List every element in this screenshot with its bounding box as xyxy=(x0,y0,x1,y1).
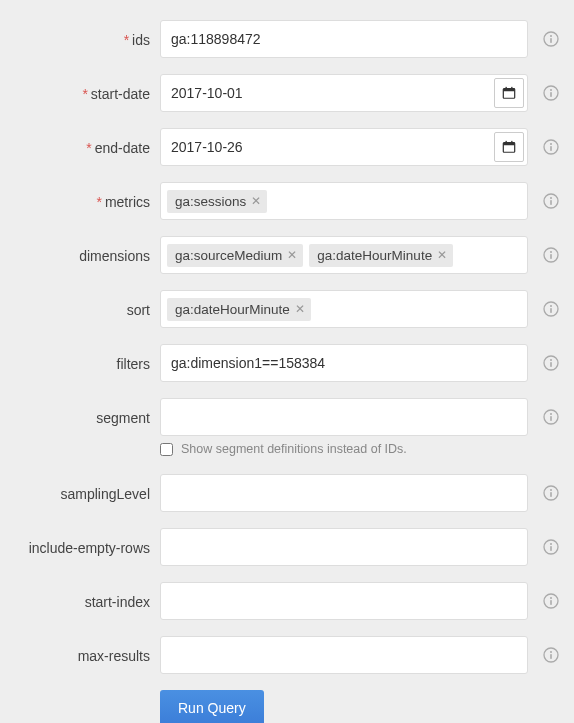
info-icon[interactable] xyxy=(543,193,559,209)
metrics-input[interactable]: ga:sessions ✕ xyxy=(160,182,528,220)
svg-rect-4 xyxy=(503,89,514,92)
svg-rect-11 xyxy=(503,143,514,146)
svg-point-36 xyxy=(550,543,552,545)
svg-rect-31 xyxy=(550,416,552,421)
max-results-label: max-results xyxy=(5,646,150,664)
svg-rect-13 xyxy=(511,141,512,144)
svg-rect-25 xyxy=(550,308,552,313)
tag-label: ga:dateHourMinute xyxy=(317,248,432,263)
info-icon[interactable] xyxy=(543,301,559,317)
sort-label: sort xyxy=(5,300,150,318)
info-icon[interactable] xyxy=(543,247,559,263)
close-icon[interactable]: ✕ xyxy=(437,249,447,261)
max-results-input[interactable] xyxy=(160,636,528,674)
svg-rect-2 xyxy=(550,38,552,43)
svg-rect-6 xyxy=(511,87,512,90)
end-date-input[interactable] xyxy=(160,128,528,166)
tag: ga:dateHourMinute ✕ xyxy=(309,244,453,267)
svg-point-18 xyxy=(550,197,552,199)
close-icon[interactable]: ✕ xyxy=(287,249,297,261)
ids-input[interactable] xyxy=(160,20,528,58)
info-icon[interactable] xyxy=(543,539,559,555)
svg-rect-9 xyxy=(550,92,552,97)
info-icon[interactable] xyxy=(543,485,559,501)
dimensions-label: dimensions xyxy=(5,246,150,264)
info-icon[interactable] xyxy=(543,31,559,47)
start-index-label: start-index xyxy=(5,592,150,610)
svg-point-15 xyxy=(550,143,552,145)
segment-label: segment xyxy=(5,408,150,426)
required-star: * xyxy=(82,86,87,102)
close-icon[interactable]: ✕ xyxy=(251,195,261,207)
segment-definitions-checkbox[interactable] xyxy=(160,443,173,456)
svg-rect-12 xyxy=(506,141,507,144)
info-icon[interactable] xyxy=(543,647,559,663)
dimensions-input[interactable]: ga:sourceMedium ✕ ga:dateHourMinute ✕ xyxy=(160,236,528,274)
start-date-input[interactable] xyxy=(160,74,528,112)
samplinglevel-input[interactable] xyxy=(160,474,528,512)
include-empty-rows-label: include-empty-rows xyxy=(5,538,150,556)
filters-input[interactable] xyxy=(160,344,528,382)
close-icon[interactable]: ✕ xyxy=(295,303,305,315)
svg-point-27 xyxy=(550,359,552,361)
svg-point-39 xyxy=(550,597,552,599)
required-star: * xyxy=(124,32,129,48)
svg-rect-28 xyxy=(550,362,552,367)
end-date-label: *end-date xyxy=(5,138,150,156)
calendar-icon[interactable] xyxy=(494,132,524,162)
sort-input[interactable]: ga:dateHourMinute ✕ xyxy=(160,290,528,328)
svg-point-8 xyxy=(550,89,552,91)
segment-definitions-label: Show segment definitions instead of IDs. xyxy=(181,442,407,456)
tag-label: ga:sessions xyxy=(175,194,246,209)
svg-rect-19 xyxy=(550,200,552,205)
tag-label: ga:sourceMedium xyxy=(175,248,282,263)
include-empty-rows-input[interactable] xyxy=(160,528,528,566)
tag-label: ga:dateHourMinute xyxy=(175,302,290,317)
svg-point-33 xyxy=(550,489,552,491)
segment-input[interactable] xyxy=(160,398,528,436)
info-icon[interactable] xyxy=(543,355,559,371)
calendar-icon[interactable] xyxy=(494,78,524,108)
svg-rect-5 xyxy=(506,87,507,90)
svg-rect-22 xyxy=(550,254,552,259)
tag: ga:sourceMedium ✕ xyxy=(167,244,303,267)
svg-rect-37 xyxy=(550,546,552,551)
info-icon[interactable] xyxy=(543,593,559,609)
svg-point-1 xyxy=(550,35,552,37)
svg-point-42 xyxy=(550,651,552,653)
tag: ga:dateHourMinute ✕ xyxy=(167,298,311,321)
required-star: * xyxy=(96,194,101,210)
svg-point-21 xyxy=(550,251,552,253)
info-icon[interactable] xyxy=(543,85,559,101)
svg-rect-43 xyxy=(550,654,552,659)
svg-point-30 xyxy=(550,413,552,415)
start-date-label: *start-date xyxy=(5,84,150,102)
tag: ga:sessions ✕ xyxy=(167,190,267,213)
filters-label: filters xyxy=(5,354,150,372)
svg-rect-34 xyxy=(550,492,552,497)
svg-rect-16 xyxy=(550,146,552,151)
info-icon[interactable] xyxy=(543,409,559,425)
run-query-button[interactable]: Run Query xyxy=(160,690,264,723)
start-index-input[interactable] xyxy=(160,582,528,620)
samplinglevel-label: samplingLevel xyxy=(5,484,150,502)
info-icon[interactable] xyxy=(543,139,559,155)
svg-point-24 xyxy=(550,305,552,307)
required-star: * xyxy=(86,140,91,156)
metrics-label: *metrics xyxy=(5,192,150,210)
svg-rect-40 xyxy=(550,600,552,605)
ids-label: *ids xyxy=(5,30,150,48)
